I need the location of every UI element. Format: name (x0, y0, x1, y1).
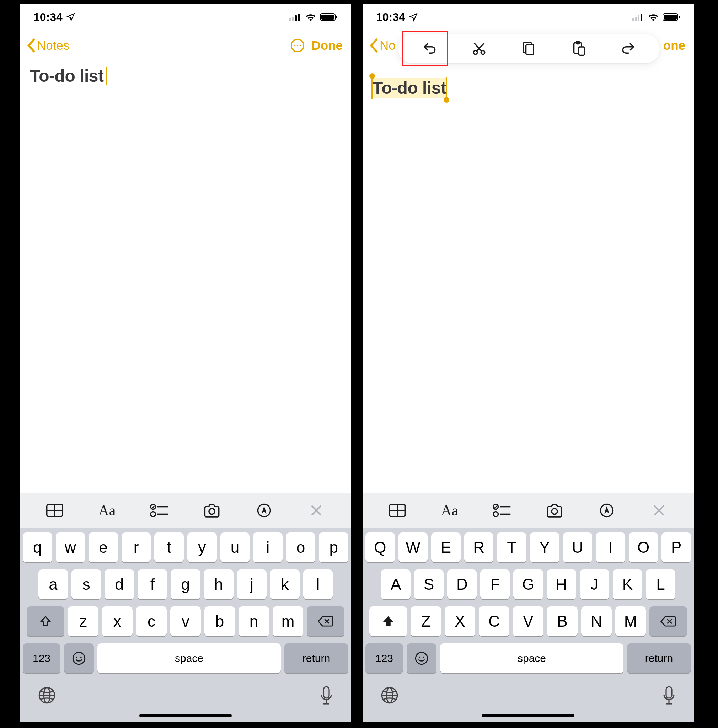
more-button[interactable] (290, 38, 306, 54)
key-v[interactable]: v (170, 606, 201, 636)
key-w[interactable]: w (56, 532, 85, 562)
home-indicator[interactable] (482, 714, 574, 717)
camera-icon[interactable] (198, 499, 226, 522)
selection-start-handle[interactable] (369, 73, 375, 79)
key-o[interactable]: O (629, 532, 658, 562)
dictation-icon[interactable] (319, 686, 333, 706)
text-format-icon[interactable]: Aa (435, 499, 464, 522)
key-b[interactable]: b (205, 606, 235, 636)
key-space[interactable]: space (98, 643, 281, 673)
key-l[interactable]: L (646, 569, 675, 600)
key-a[interactable]: a (38, 569, 68, 600)
key-p[interactable]: P (661, 532, 691, 562)
key-n[interactable]: N (581, 606, 612, 636)
key-z[interactable]: Z (411, 606, 441, 636)
close-icon[interactable] (302, 499, 331, 522)
key-m[interactable]: M (615, 606, 646, 636)
key-r[interactable]: R (464, 532, 494, 562)
key-emoji[interactable] (406, 643, 437, 673)
paste-button[interactable] (554, 34, 603, 63)
markup-icon[interactable] (593, 499, 621, 522)
note-content[interactable]: To-do list (20, 61, 351, 91)
key-h[interactable]: H (547, 569, 576, 600)
key-f[interactable]: f (137, 569, 167, 600)
key-backspace[interactable] (649, 606, 687, 636)
key-numeric[interactable]: 123 (365, 643, 403, 673)
key-e[interactable]: e (89, 532, 118, 562)
key-y[interactable]: Y (530, 532, 559, 562)
markup-icon[interactable] (250, 499, 278, 522)
checklist-icon[interactable] (145, 499, 173, 522)
globe-icon[interactable] (38, 686, 56, 705)
text-format-icon[interactable]: Aa (93, 499, 121, 522)
table-icon[interactable] (383, 499, 412, 522)
back-button[interactable]: No (369, 38, 396, 53)
back-button[interactable]: Notes (26, 38, 69, 53)
key-shift[interactable] (27, 606, 64, 636)
key-g[interactable]: g (171, 569, 200, 600)
key-p[interactable]: p (319, 532, 348, 562)
key-space[interactable]: space (440, 643, 623, 673)
key-s[interactable]: S (414, 569, 444, 600)
dictation-icon[interactable] (662, 686, 676, 706)
key-m[interactable]: m (273, 606, 303, 636)
key-x[interactable]: X (445, 606, 475, 636)
key-d[interactable]: D (447, 569, 477, 600)
key-q[interactable]: q (23, 532, 52, 562)
key-c[interactable]: c (136, 606, 167, 636)
checklist-icon[interactable] (488, 499, 516, 522)
key-q[interactable]: Q (365, 532, 395, 562)
key-t[interactable]: T (497, 532, 526, 562)
key-s[interactable]: s (72, 569, 101, 600)
key-i[interactable]: I (596, 532, 625, 562)
cut-button[interactable] (454, 34, 504, 63)
key-v[interactable]: V (513, 606, 544, 636)
done-button[interactable]: Done (312, 38, 345, 53)
key-x[interactable]: x (102, 606, 133, 636)
note-title-line[interactable]: To-do list (373, 78, 446, 98)
note-title-line[interactable]: To-do list (30, 66, 107, 86)
key-i[interactable]: i (253, 532, 283, 562)
key-u[interactable]: U (563, 532, 593, 562)
key-g[interactable]: G (513, 569, 543, 600)
key-a[interactable]: A (381, 569, 411, 600)
key-n[interactable]: n (238, 606, 269, 636)
key-o[interactable]: o (286, 532, 316, 562)
key-w[interactable]: W (399, 532, 428, 562)
home-indicator[interactable] (139, 714, 232, 717)
key-backspace[interactable] (307, 606, 344, 636)
camera-icon[interactable] (540, 499, 569, 522)
note-content[interactable]: To-do list (362, 61, 694, 103)
selection-start-bar[interactable] (371, 78, 373, 99)
key-return[interactable]: return (627, 643, 691, 673)
key-c[interactable]: C (479, 606, 509, 636)
key-r[interactable]: r (122, 532, 151, 562)
key-j[interactable]: j (237, 569, 267, 600)
globe-icon[interactable] (380, 686, 399, 705)
key-e[interactable]: E (431, 532, 461, 562)
key-k[interactable]: K (613, 569, 642, 600)
done-button[interactable]: one (663, 38, 687, 53)
table-icon[interactable] (41, 499, 69, 522)
key-y[interactable]: y (187, 532, 217, 562)
key-t[interactable]: t (154, 532, 184, 562)
selection-end-handle[interactable] (444, 97, 449, 103)
key-return[interactable]: return (284, 643, 348, 673)
key-shift[interactable] (369, 606, 407, 636)
undo-button[interactable] (405, 34, 454, 63)
key-f[interactable]: F (480, 569, 510, 600)
key-u[interactable]: u (220, 532, 250, 562)
key-j[interactable]: J (580, 569, 609, 600)
key-emoji[interactable] (64, 643, 94, 673)
key-k[interactable]: k (270, 569, 299, 600)
copy-button[interactable] (504, 34, 554, 63)
selection-end-bar[interactable] (446, 78, 447, 99)
key-b[interactable]: B (547, 606, 577, 636)
close-icon[interactable] (645, 499, 673, 522)
key-h[interactable]: h (204, 569, 234, 600)
key-d[interactable]: d (104, 569, 134, 600)
redo-button[interactable] (603, 34, 653, 63)
key-numeric[interactable]: 123 (23, 643, 60, 673)
key-z[interactable]: z (68, 606, 98, 636)
key-l[interactable]: l (303, 569, 333, 600)
